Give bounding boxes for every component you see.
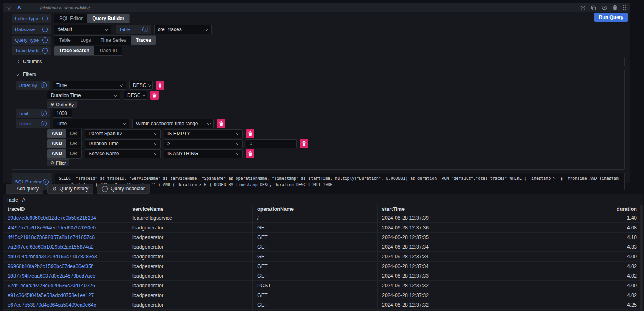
- help-icon[interactable]: [580, 5, 586, 10]
- condition-1-operator-value: IS EMPTY: [167, 131, 190, 136]
- and-option[interactable]: AND: [47, 129, 66, 138]
- info-icon[interactable]: i: [142, 27, 148, 32]
- add-query-button[interactable]: + Add query: [6, 184, 43, 194]
- trace-id-link[interactable]: 7a2f07ecf63c60b1029ab2ac155874a2: [8, 244, 93, 250]
- trace-id-link[interactable]: 4f497571a618e364ed7ded60752030e0: [8, 225, 96, 231]
- column-header-traceid[interactable]: traceID: [3, 205, 128, 213]
- results-table: traceID serviceName operationName startT…: [3, 205, 641, 311]
- database-label: Database i: [12, 25, 51, 34]
- condition-2-value-input[interactable]: [246, 139, 297, 148]
- condition-3-field-select[interactable]: Service Name: [85, 149, 161, 158]
- trace-id-link[interactable]: 89dc7e8c6060c0d12de7e9b50c216284: [8, 215, 96, 221]
- order-by-add-row: ⊕ Order By: [16, 101, 621, 108]
- chevron-down-icon: [154, 132, 157, 135]
- order-by-1-field-select[interactable]: Time: [53, 81, 126, 90]
- trace-id-link[interactable]: 62df1ec9a29728c9e29536c20d140226: [8, 283, 95, 288]
- table-row: 7a2f07ecf63c60b1029ab2ac155874a2 loadgen…: [3, 242, 641, 251]
- or-option[interactable]: OR: [66, 139, 81, 148]
- label-spacer: [16, 101, 44, 108]
- panel-title[interactable]: Table - A: [3, 194, 643, 205]
- trace-id-link[interactable]: 96968b10fa2b2c1590bc67dea06ef35f: [8, 264, 93, 269]
- add-filter-button[interactable]: ⊕ Filter: [47, 159, 69, 166]
- order-by-1-direction-value: DESC: [133, 82, 146, 88]
- remove-order-by-2-button[interactable]: [150, 91, 159, 100]
- editor-type-option-sql[interactable]: SQL Editor: [54, 14, 87, 23]
- table-select[interactable]: otel_traces: [154, 25, 212, 34]
- database-select[interactable]: default: [54, 25, 111, 34]
- page: A (clickhouse-observability) Run Query E…: [0, 0, 644, 311]
- query-ref-id: A: [17, 5, 21, 10]
- or-option[interactable]: OR: [66, 149, 81, 158]
- info-icon[interactable]: i: [42, 27, 48, 32]
- info-icon[interactable]: i: [41, 82, 47, 88]
- condition-3-operator-select[interactable]: IS ANYTHING: [164, 149, 243, 158]
- time-filter-field-select[interactable]: Time: [53, 119, 129, 128]
- label-spacer: [16, 139, 44, 148]
- chevron-down-icon: [154, 142, 157, 145]
- editor-type-row: Editor Type i SQL Editor Query Builder: [12, 14, 625, 23]
- service-name-cell: featureflagservice: [128, 213, 253, 222]
- query-type-option-table[interactable]: Table: [54, 36, 76, 45]
- table-scrollbar[interactable]: [641, 205, 643, 311]
- remove-condition-1-button[interactable]: [246, 129, 254, 138]
- columns-section-header[interactable]: Columns: [12, 57, 624, 66]
- order-by-2-field-select[interactable]: Duration Time: [47, 91, 120, 100]
- filters-section-header[interactable]: Filters: [12, 70, 624, 79]
- info-icon[interactable]: i: [42, 16, 48, 21]
- remove-time-filter-button[interactable]: [217, 119, 225, 128]
- duplicate-icon[interactable]: [591, 5, 596, 10]
- trace-id-link[interactable]: db9704a2bbda34204d159c71b78283e3: [8, 254, 97, 260]
- add-order-by-button[interactable]: ⊕ Order By: [47, 101, 77, 108]
- condition-2-field-select[interactable]: Duration Time: [85, 139, 161, 148]
- query-type-option-timeseries[interactable]: Time Series: [96, 36, 131, 45]
- duration-cell: 4.00: [501, 281, 641, 290]
- condition-1-field-select[interactable]: Parent Span ID: [85, 129, 161, 138]
- query-row-header[interactable]: A (clickhouse-observability): [3, 3, 630, 12]
- trace-mode-option-id[interactable]: Trace ID: [94, 46, 122, 55]
- operation-name-cell: GET: [253, 300, 378, 309]
- and-option[interactable]: AND: [47, 149, 66, 158]
- table-row: db9704a2bbda34204d159c71b78283e3 loadgen…: [3, 251, 641, 261]
- column-header-duration[interactable]: duration: [501, 205, 641, 213]
- trace-id-link[interactable]: e67ee7b53870d4c864ca50409ca0e64c: [8, 302, 96, 308]
- and-or-toggle-2: AND OR: [47, 139, 82, 148]
- remove-condition-3-button[interactable]: [246, 149, 254, 158]
- column-header-servicename[interactable]: serviceName: [128, 205, 253, 213]
- collapse-chevron-icon[interactable]: [7, 5, 11, 9]
- duration-cell: 4.08: [501, 223, 641, 232]
- query-type-option-traces[interactable]: Traces: [131, 36, 156, 45]
- column-header-starttime[interactable]: startTime: [378, 205, 501, 213]
- condition-1-operator-select[interactable]: IS EMPTY: [164, 129, 243, 138]
- remove-order-by-1-button[interactable]: [156, 81, 164, 90]
- query-history-button[interactable]: ↺ Query history: [47, 184, 93, 194]
- and-option[interactable]: AND: [47, 139, 66, 148]
- trace-mode-option-search[interactable]: Trace Search: [54, 46, 94, 55]
- condition-2-operator-select[interactable]: >: [164, 139, 243, 148]
- info-icon[interactable]: i: [41, 111, 47, 116]
- info-icon[interactable]: i: [41, 121, 47, 126]
- chevron-right-icon: [16, 60, 19, 63]
- time-filter-row: Filters i Time Within dashboard time ran…: [16, 119, 621, 128]
- trace-id-link[interactable]: 4f45c21918c73698057a8b1c741657c6: [8, 235, 95, 240]
- order-by-1-direction-select[interactable]: DESC: [129, 81, 153, 90]
- info-icon[interactable]: i: [42, 37, 48, 43]
- remove-condition-2-button[interactable]: [300, 139, 308, 148]
- query-type-option-logs[interactable]: Logs: [76, 36, 96, 45]
- drag-handle-icon[interactable]: [623, 5, 626, 10]
- editor-type-option-builder[interactable]: Query Builder: [87, 14, 129, 23]
- order-by-1-field-value: Time: [56, 82, 67, 88]
- eye-icon[interactable]: [601, 6, 607, 10]
- time-filter-operator-select[interactable]: Within dashboard time range: [132, 119, 214, 128]
- info-icon[interactable]: i: [42, 48, 48, 54]
- limit-input[interactable]: [53, 109, 72, 118]
- query-inspector-button[interactable]: i Query inspector: [97, 184, 150, 194]
- trash-icon[interactable]: [613, 5, 617, 10]
- filters-section: Filters Order By i Time: [12, 70, 625, 170]
- or-option[interactable]: OR: [66, 129, 81, 138]
- trace-id-link[interactable]: 1887794f7eaa6037d0e2a4579bcd7acb: [8, 273, 95, 279]
- order-by-2-direction-value: DESC: [127, 93, 140, 98]
- trace-id-link[interactable]: e91c3645f04fa5e58adcd0758e1ea127: [8, 292, 94, 298]
- duration-cell: 4.10: [501, 233, 641, 242]
- column-header-operationname[interactable]: operationName: [253, 205, 378, 213]
- order-by-2-direction-select[interactable]: DESC: [124, 91, 147, 100]
